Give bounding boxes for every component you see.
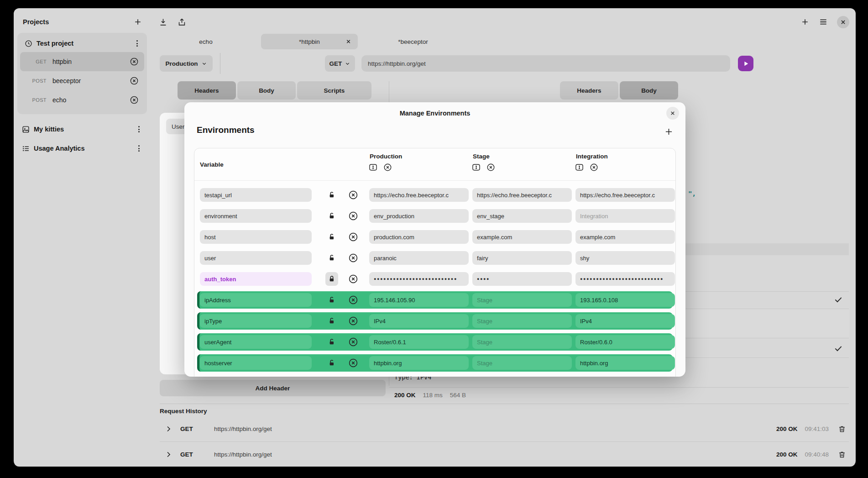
- sidebar-request-item[interactable]: POST beeceptor: [20, 71, 144, 90]
- lock-toggle-button[interactable]: [325, 293, 338, 307]
- modal-close-button[interactable]: [666, 107, 679, 120]
- sidebar-item-my-kitties[interactable]: My kitties: [22, 125, 142, 133]
- variable-value-input[interactable]: paranoic: [369, 251, 469, 265]
- panel-tab[interactable]: Body: [620, 81, 678, 100]
- variable-value-input[interactable]: Integration: [575, 209, 675, 223]
- remove-request-icon[interactable]: [130, 76, 139, 85]
- variable-value-input[interactable]: example.com: [472, 230, 572, 244]
- lock-toggle-button[interactable]: [325, 314, 338, 328]
- variable-value-input[interactable]: Roster/0.6.0: [575, 335, 675, 349]
- variable-value-input[interactable]: Roster/0.6.1: [369, 335, 469, 349]
- request-tab[interactable]: echo: [167, 34, 245, 49]
- delete-variable-icon[interactable]: [348, 211, 358, 221]
- project-menu-icon[interactable]: [135, 125, 142, 133]
- delete-variable-icon[interactable]: [348, 274, 358, 284]
- delete-variable-icon[interactable]: [348, 253, 358, 263]
- variable-value-input[interactable]: shy: [575, 251, 675, 265]
- variable-value-input[interactable]: ●●●●: [472, 272, 572, 286]
- rename-environment-icon[interactable]: [472, 163, 481, 172]
- delete-history-icon[interactable]: [838, 425, 846, 433]
- send-request-button[interactable]: [738, 56, 753, 71]
- lock-toggle-button[interactable]: [325, 209, 338, 223]
- remove-request-icon[interactable]: [130, 57, 139, 66]
- lock-toggle-button[interactable]: [325, 272, 338, 286]
- variable-value-input[interactable]: 195.146.105.90: [369, 293, 469, 307]
- variable-name-input[interactable]: testapi_url: [200, 188, 312, 202]
- delete-variable-icon[interactable]: [348, 316, 358, 326]
- close-tab-icon[interactable]: [345, 39, 351, 45]
- variable-name-input[interactable]: host: [200, 230, 312, 244]
- variable-value-input[interactable]: env_production: [369, 209, 469, 223]
- delete-environment-icon[interactable]: [590, 163, 598, 172]
- variable-value-input[interactable]: ●●●●●●●●●●●●●●●●●●●●●●●●●●: [575, 272, 675, 286]
- lock-toggle-button[interactable]: [325, 251, 338, 265]
- variable-value-input[interactable]: https://echo.free.beeceptor.c: [575, 188, 675, 202]
- variable-value-input[interactable]: fairy: [472, 251, 572, 265]
- add-header-button[interactable]: Add Header: [160, 380, 386, 396]
- variable-value-input[interactable]: Stage: [472, 314, 572, 328]
- variable-name-input[interactable]: userAgent: [200, 335, 312, 349]
- variable-value-input[interactable]: httpbin.org: [575, 356, 675, 370]
- chevron-right-icon[interactable]: [165, 425, 172, 432]
- variable-value-input[interactable]: production.com: [369, 230, 469, 244]
- history-row[interactable]: GET https://httpbin.org/get 200 OK 09:41…: [160, 416, 849, 442]
- project-name[interactable]: Test project: [37, 40, 129, 47]
- variable-name-input[interactable]: environment: [200, 209, 312, 223]
- variable-value-input[interactable]: IPv4: [575, 314, 675, 328]
- panel-tab[interactable]: Headers: [178, 81, 236, 100]
- rename-environment-icon[interactable]: [575, 163, 584, 172]
- panel-tab[interactable]: Scripts: [297, 81, 371, 100]
- history-row[interactable]: GET https://httpbin.org/get 200 OK 09:40…: [160, 442, 849, 467]
- project-menu-icon[interactable]: [133, 39, 141, 47]
- delete-history-icon[interactable]: [838, 451, 846, 459]
- variable-name-input[interactable]: hostserver: [200, 356, 312, 370]
- sidebar-request-item[interactable]: GET httpbin: [20, 52, 144, 71]
- variable-value-input[interactable]: Stage: [472, 293, 572, 307]
- remove-request-icon[interactable]: [130, 95, 139, 105]
- delete-variable-icon[interactable]: [348, 232, 358, 242]
- variable-value-input[interactable]: IPv4: [369, 314, 469, 328]
- panel-tab[interactable]: Headers: [560, 81, 618, 100]
- delete-environment-icon[interactable]: [486, 163, 495, 172]
- request-tab[interactable]: *beeceptor: [374, 34, 452, 49]
- variable-value-input[interactable]: httpbin.org: [369, 356, 469, 370]
- delete-environment-icon[interactable]: [383, 163, 392, 172]
- project-menu-icon[interactable]: [135, 144, 142, 152]
- variable-value-input[interactable]: env_stage: [472, 209, 572, 223]
- panel-tab[interactable]: Body: [237, 81, 296, 100]
- add-project-icon[interactable]: [133, 17, 142, 26]
- delete-variable-icon[interactable]: [348, 190, 358, 200]
- method-selector[interactable]: GET: [325, 55, 355, 72]
- variable-name-input[interactable]: auth_token: [200, 272, 312, 286]
- rename-environment-icon[interactable]: [369, 163, 377, 172]
- lock-toggle-button[interactable]: [325, 356, 338, 370]
- delete-variable-icon[interactable]: [348, 358, 358, 368]
- variable-name-input[interactable]: ipType: [200, 314, 312, 328]
- variable-value-input[interactable]: https://echo.free.beeceptor.c: [472, 188, 572, 202]
- lock-toggle-button[interactable]: [325, 188, 338, 202]
- sidebar-request-item[interactable]: POST echo: [20, 90, 144, 110]
- delete-variable-icon[interactable]: [348, 337, 358, 347]
- window-close-button[interactable]: [837, 16, 849, 28]
- add-environment-icon[interactable]: [664, 127, 674, 137]
- variable-name-input[interactable]: user: [200, 251, 312, 265]
- request-tab[interactable]: *httpbin: [261, 34, 358, 49]
- chevron-right-icon[interactable]: [165, 451, 172, 458]
- lock-toggle-button[interactable]: [325, 230, 338, 244]
- variable-value-input[interactable]: https://echo.free.beeceptor.c: [369, 188, 469, 202]
- variable-value-input[interactable]: example.com: [575, 230, 675, 244]
- variable-value-input[interactable]: Stage: [472, 335, 572, 349]
- lock-toggle-button[interactable]: [325, 335, 338, 349]
- variable-name-input[interactable]: ipAddress: [200, 293, 312, 307]
- menu-hamburger-icon[interactable]: [819, 17, 828, 26]
- variable-value-input[interactable]: 193.165.0.108: [575, 293, 675, 307]
- sidebar-item-usage-analytics[interactable]: Usage Analytics: [22, 144, 142, 152]
- environment-selector[interactable]: Production: [160, 55, 213, 72]
- import-download-icon[interactable]: [159, 18, 167, 26]
- variable-value-input[interactable]: ●●●●●●●●●●●●●●●●●●●●●●●●●●: [369, 272, 469, 286]
- export-upload-icon[interactable]: [178, 18, 186, 26]
- new-request-plus-icon[interactable]: [800, 17, 810, 26]
- variable-value-input[interactable]: Stage: [472, 356, 572, 370]
- url-input[interactable]: https://httpbin.org/get: [361, 55, 730, 72]
- delete-variable-icon[interactable]: [348, 295, 358, 305]
